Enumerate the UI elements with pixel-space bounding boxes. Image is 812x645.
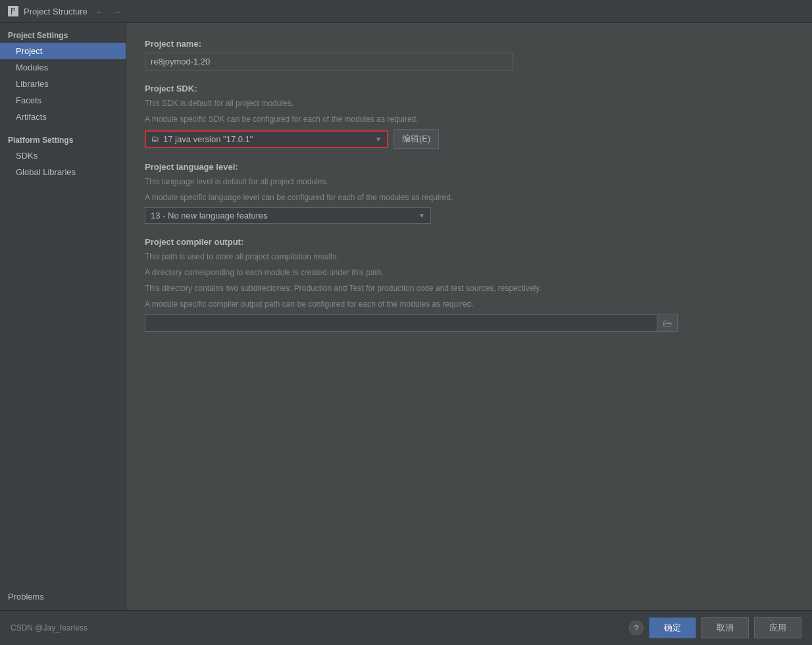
sidebar-divider — [0, 125, 126, 130]
cancel-button[interactable]: 取消 — [701, 617, 749, 638]
platform-settings-label: Platform Settings — [0, 130, 126, 147]
project-name-group: Project name: — [145, 39, 794, 70]
compiler-output-row: 🗁 — [145, 314, 678, 332]
nav-arrows: ← → — [93, 5, 124, 18]
sdk-dropdown-text: 17 java version "17.0.1" — [163, 134, 375, 144]
project-lang-label: Project language level: — [145, 162, 794, 172]
sdk-edit-button[interactable]: 编辑(E) — [393, 129, 439, 149]
project-lang-desc1: This language level is default for all p… — [145, 176, 794, 188]
ok-button[interactable]: 确定 — [649, 617, 696, 638]
lang-dropdown-text: 13 - No new language features — [151, 211, 419, 220]
apply-button[interactable]: 应用 — [754, 617, 801, 638]
project-language-level-group: Project language level: This language le… — [145, 162, 794, 224]
brand-area: CSDN @Jay_fearless — [11, 623, 88, 632]
project-compiler-output-group: Project compiler output: This path is us… — [145, 237, 794, 332]
forward-button[interactable]: → — [110, 5, 124, 18]
project-compiler-desc4: A module specific compiler output path c… — [145, 298, 794, 310]
help-button[interactable]: ? — [629, 621, 644, 635]
project-name-label: Project name: — [145, 39, 794, 49]
sidebar-item-artifacts[interactable]: Artifacts — [0, 109, 126, 125]
content-area: Project name: Project SDK: This SDK is d… — [126, 23, 812, 610]
sidebar-item-problems[interactable]: Problems — [8, 588, 118, 605]
sdk-row: 🗂 17 java version "17.0.1" ▼ 编辑(E) — [145, 129, 794, 149]
sdk-dropdown-arrow-icon: ▼ — [375, 136, 382, 143]
project-sdk-desc1: This SDK is default for all project modu… — [145, 97, 794, 109]
sidebar-bottom: Problems — [0, 583, 126, 610]
title-bar-text: Project Structure — [24, 7, 88, 16]
project-name-input[interactable] — [145, 53, 513, 70]
sidebar-item-facets[interactable]: Facets — [0, 92, 126, 109]
sdk-folder-icon: 🗂 — [151, 134, 159, 143]
sidebar-item-sdks[interactable]: SDKs — [0, 147, 126, 164]
lang-dropdown-arrow-icon: ▼ — [419, 212, 425, 219]
sidebar-item-global-libraries[interactable]: Global Libraries — [0, 164, 126, 180]
project-settings-label: Project Settings — [0, 26, 126, 43]
sidebar-item-libraries[interactable]: Libraries — [0, 76, 126, 92]
bottom-bar: CSDN @Jay_fearless ? 确定 取消 应用 — [0, 610, 812, 645]
compiler-output-input[interactable] — [145, 315, 657, 331]
lang-dropdown[interactable]: 13 - No new language features ▼ — [145, 207, 431, 224]
project-compiler-desc2: A directory corresponding to each module… — [145, 267, 794, 278]
sdk-dropdown[interactable]: 🗂 17 java version "17.0.1" ▼ — [145, 130, 388, 148]
project-sdk-label: Project SDK: — [145, 84, 794, 93]
brand-label: CSDN @Jay_fearless — [11, 623, 88, 632]
project-sdk-desc2: A module specific SDK can be configured … — [145, 113, 794, 125]
title-bar: 🅿 Project Structure ← → — [0, 0, 812, 23]
compiler-output-folder-button[interactable]: 🗁 — [657, 315, 677, 331]
sidebar-item-project[interactable]: Project — [0, 43, 126, 59]
main-layout: Project Settings Project Modules Librari… — [0, 23, 812, 610]
project-lang-desc2: A module specific language level can be … — [145, 192, 794, 203]
project-compiler-desc1: This path is used to store all project c… — [145, 251, 794, 263]
sidebar: Project Settings Project Modules Librari… — [0, 23, 126, 610]
app-icon: 🅿 — [8, 6, 18, 16]
sidebar-divider2 — [0, 180, 126, 186]
back-button[interactable]: ← — [93, 5, 107, 18]
project-compiler-desc3: This directory contains two subdirectori… — [145, 282, 794, 294]
project-sdk-group: Project SDK: This SDK is default for all… — [145, 84, 794, 149]
project-compiler-output-label: Project compiler output: — [145, 237, 794, 247]
sidebar-item-modules[interactable]: Modules — [0, 59, 126, 76]
